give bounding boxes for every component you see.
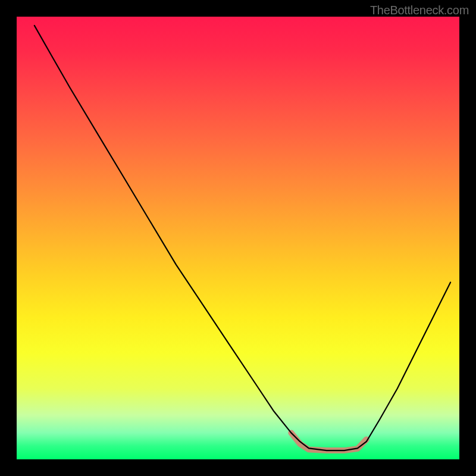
chart-highlight-segment <box>291 433 367 450</box>
chart-curve <box>35 26 450 450</box>
chart-plot-area <box>17 17 459 459</box>
chart-svg <box>17 17 459 459</box>
watermark-text: TheBottleneck.com <box>370 4 469 17</box>
